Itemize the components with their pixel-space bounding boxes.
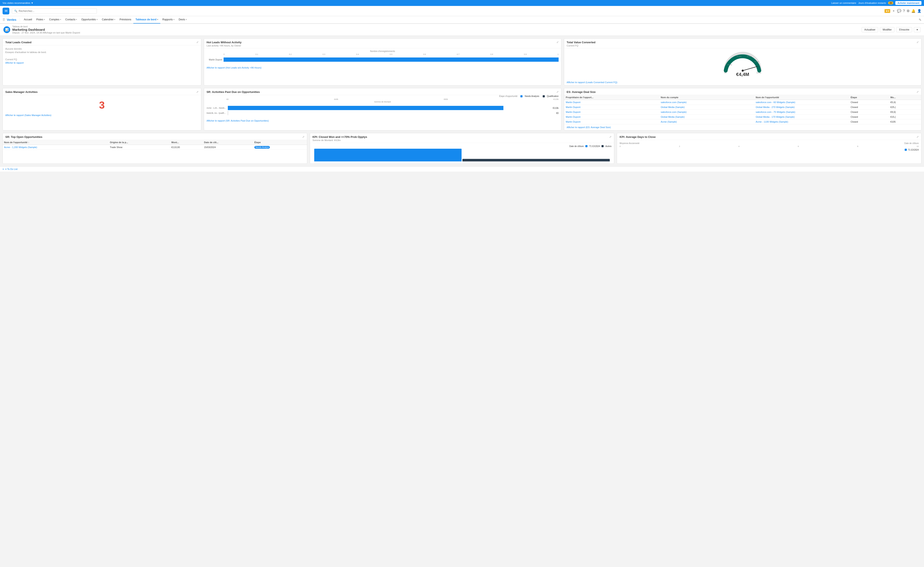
- nav-edit-icon[interactable]: ✎: [919, 18, 921, 22]
- app-header: ✉ 🔍 ★▾ ＋ 💬 ? ⚙ 🔔 👤: [0, 6, 924, 16]
- owner-link[interactable]: Martin Dupont: [566, 120, 581, 123]
- stage-label: Étape d'opportunité: [499, 95, 518, 98]
- table-row: Martin Dupont Global Media (Sample) Glob…: [564, 114, 921, 119]
- hot-leads-report-link[interactable]: Afficher le rapport (Hot Leads w/o Activ…: [206, 66, 558, 69]
- col-opp-name: Nom de l'opportunité ↑: [3, 140, 109, 145]
- todo-list-label[interactable]: ≡ To Do List: [5, 168, 17, 170]
- bell-icon[interactable]: 🔔: [911, 9, 915, 13]
- nav-bar: ⠿ Ventes Accueil Pistes ▾ Comptes ▾ Cont…: [0, 16, 924, 24]
- account-link[interactable]: salesforce.com (Sample): [661, 101, 687, 104]
- opp-name-link[interactable]: Acme - 1,200 Widgets (Sample): [4, 146, 37, 148]
- origin-cell: Trade Show: [109, 145, 170, 150]
- owner-link[interactable]: Martin Dupont: [566, 106, 581, 108]
- header-icons: ★▾ ＋ 💬 ? ⚙ 🔔 👤: [885, 9, 921, 13]
- days-badge: 30: [888, 2, 893, 4]
- chat-icon[interactable]: 💬: [897, 9, 901, 13]
- more-button[interactable]: ▾: [914, 27, 921, 32]
- expand-icon[interactable]: ⤢: [557, 90, 558, 93]
- hot-leads-chart: Nombre d'enregistrements 0 0.1 0.2 0.3 0…: [204, 48, 561, 65]
- activities-row-label-2: MedLife, Inc.- Qualification: [206, 112, 228, 114]
- nav-item-contacts[interactable]: Contacts ▾: [63, 16, 79, 24]
- nav-item-tableaux[interactable]: Tableaux de bord ▾: [133, 16, 160, 24]
- add-icon[interactable]: ＋: [892, 9, 895, 13]
- activities-bar-blue-1: [228, 106, 503, 110]
- bottom-bar[interactable]: ≡ ≡ To Do List: [0, 166, 924, 172]
- no-data-text: Aucune donnée.: [5, 48, 199, 50]
- owner-link[interactable]: Martin Dupont: [566, 101, 581, 104]
- current-fq-label: Current FQ: [5, 58, 199, 61]
- page-header-left: 📊 Tableau de bord Marketing Dashboard De…: [3, 26, 80, 34]
- legend-autres-label: Autres: [605, 145, 611, 147]
- nav-item-accueil[interactable]: Accueil: [22, 16, 34, 24]
- expand-icon[interactable]: ⤢: [196, 90, 199, 93]
- avg-deal-report-link[interactable]: Afficher le rapport (ES: Average Deal Si…: [567, 126, 919, 129]
- opp-link[interactable]: salesforce.com - 75 Widgets (Sample): [755, 111, 795, 113]
- settings-icon[interactable]: ⚙: [907, 9, 910, 13]
- opp-link[interactable]: Global Media - 170 Widgets (Sample): [755, 116, 795, 118]
- legend-t1-label: T1 EX2024: [908, 149, 919, 151]
- expand-icon[interactable]: ⤢: [609, 135, 611, 138]
- kpi-bar-2: [462, 159, 610, 161]
- total-value-report-link[interactable]: Afficher le rapport (Leads Converted Cur…: [567, 81, 919, 84]
- search-input[interactable]: [19, 9, 95, 12]
- opp-link[interactable]: Acme - 1100 Widgets (Sample): [755, 120, 788, 123]
- chevron-down-icon: ▾: [60, 18, 61, 21]
- nav-item-comptes[interactable]: Comptes ▾: [47, 16, 63, 24]
- opp-link[interactable]: salesforce.com - 60 Widgets (Sample): [755, 101, 795, 104]
- account-link[interactable]: salesforce.com (Sample): [661, 111, 687, 113]
- activities-report-link[interactable]: Afficher le rapport (SR: Activities Past…: [206, 119, 558, 122]
- expand-icon[interactable]: ⤢: [196, 41, 199, 44]
- nav-item-previsions[interactable]: Prévisions: [117, 16, 133, 24]
- col-opp: Nom de l'opportunité: [754, 95, 849, 100]
- sales-manager-report-link[interactable]: Afficher le rapport (Sales Manager Activ…: [5, 114, 199, 117]
- help-icon[interactable]: ?: [903, 9, 905, 13]
- comment-label[interactable]: Laisser un commentaire: [831, 2, 856, 4]
- expand-icon[interactable]: ⤢: [916, 135, 919, 138]
- legend-dot-autres: [602, 145, 603, 147]
- kpi-bar-1: [314, 149, 462, 161]
- modifier-button[interactable]: Modifier: [880, 27, 894, 32]
- visits-label[interactable]: Vos visites recommandées ▼: [3, 2, 33, 4]
- nav-grid-icon[interactable]: ⠿: [3, 18, 5, 22]
- page-title: Marketing Dashboard: [12, 28, 80, 32]
- nav-item-pistes[interactable]: Pistes ▾: [34, 16, 47, 24]
- kpi-avg-header: Moyenne Ancienneté Date de clôture: [620, 142, 919, 144]
- expand-icon[interactable]: ⤢: [916, 41, 919, 44]
- nav-item-rapports[interactable]: Rapports ▾: [160, 16, 177, 24]
- expand-icon[interactable]: ⤢: [557, 41, 558, 44]
- average-deal-size-table: Propriétaire de l'opport... Nom du compt…: [564, 95, 921, 124]
- legend-row: Étape d'opportunité Needs Analysis Quali…: [204, 95, 561, 98]
- col-date: Date de clô...: [203, 140, 253, 145]
- owner-link[interactable]: Martin Dupont: [566, 116, 581, 118]
- todo-list-icon: ≡: [3, 168, 4, 170]
- stage-cell: Needs Analysi: [253, 145, 307, 150]
- account-link[interactable]: Global Media (Sample): [661, 106, 685, 108]
- expand-icon[interactable]: ⤢: [302, 135, 304, 138]
- buy-button[interactable]: Acheter maintenant: [895, 1, 921, 5]
- dashboard-row-1b: Sales Manager Activities ⤢ 3 Afficher le…: [3, 88, 921, 130]
- chevron-down-icon: ▾: [44, 18, 45, 21]
- account-link[interactable]: Acme (Sample): [661, 120, 677, 123]
- nav-item-opportunites[interactable]: Opportunités ▾: [79, 16, 100, 24]
- opp-link[interactable]: Global Media - 270 Widgets (Sample): [755, 106, 795, 108]
- nav-item-devis[interactable]: Devis ▾: [177, 16, 189, 24]
- owner-link[interactable]: Martin Dupont: [566, 111, 581, 113]
- stage-cell: Closed: [849, 100, 889, 105]
- favorites-icon[interactable]: ★▾: [885, 9, 890, 13]
- activities-row-2: MedLife, Inc.- Qualification €0: [206, 111, 558, 115]
- widget-hot-leads-subtitle: Last activity >96 hours, by Owner: [206, 44, 242, 47]
- widget-average-deal-size-header: ES: Average Deal Size ⤢: [564, 88, 921, 95]
- activities-bar-value-1: €110k: [552, 107, 558, 109]
- expand-icon[interactable]: ⤢: [916, 90, 919, 93]
- legend-dot-qualification: [543, 95, 545, 98]
- account-link[interactable]: Global Media (Sample): [661, 116, 685, 118]
- total-leads-report-link[interactable]: Afficher le rapport: [5, 62, 199, 64]
- actualiser-button[interactable]: Actualiser: [862, 27, 878, 32]
- widget-kpi-closed-won-title-area: KPI: Closed Won and >=70% Prob Opptys So…: [313, 135, 367, 141]
- avatar[interactable]: 👤: [917, 9, 921, 13]
- nav-item-calendrier[interactable]: Calendrier ▾: [100, 16, 117, 24]
- amount-cell: €110,00: [170, 145, 203, 150]
- widget-kpi-closed-won: KPI: Closed Won and >=70% Prob Opptys So…: [310, 133, 614, 164]
- inscrire-button[interactable]: S'inscrire: [896, 27, 912, 32]
- breadcrumb: Tableau de bord: [12, 26, 80, 28]
